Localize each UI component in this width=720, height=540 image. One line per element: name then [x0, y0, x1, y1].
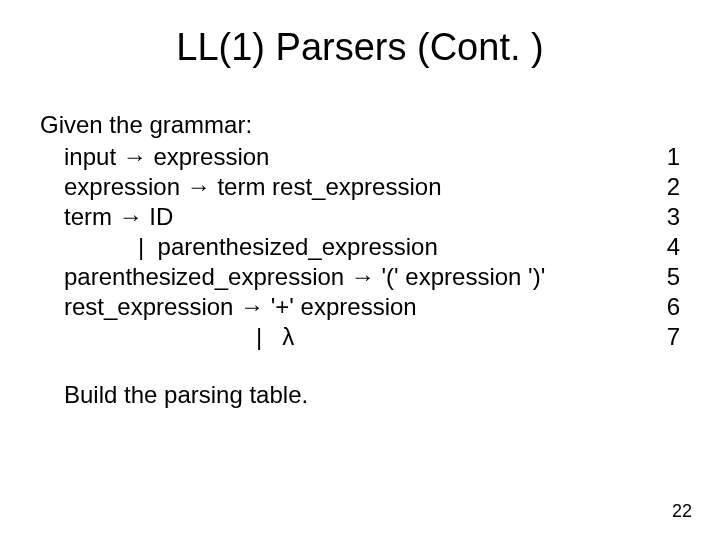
rule-number: 5	[650, 262, 680, 292]
task-text: Build the parsing table.	[64, 380, 680, 410]
grammar-rules: input → expression 1 expression → term r…	[64, 142, 680, 352]
rule-text: | λ	[64, 322, 294, 352]
grammar-rule: term → ID 3	[64, 202, 680, 232]
rule-number: 2	[650, 172, 680, 202]
page-number: 22	[672, 501, 692, 522]
grammar-rule: parenthesized_expression → '(' expressio…	[64, 262, 680, 292]
rule-number: 6	[650, 292, 680, 322]
grammar-rule: expression → term rest_expression 2	[64, 172, 680, 202]
grammar-rule: rest_expression → '+' expression 6	[64, 292, 680, 322]
rule-number: 4	[650, 232, 680, 262]
slide-body: Given the grammar: input → expression 1 …	[40, 110, 680, 410]
grammar-rule: input → expression 1	[64, 142, 680, 172]
grammar-rule: | λ 7	[64, 322, 680, 352]
rule-text: input → expression	[64, 142, 269, 172]
rule-number: 1	[650, 142, 680, 172]
slide-title: LL(1) Parsers (Cont. )	[0, 26, 720, 69]
grammar-rule: | parenthesized_expression 4	[64, 232, 680, 262]
rule-number: 7	[650, 322, 680, 352]
slide: LL(1) Parsers (Cont. ) Given the grammar…	[0, 0, 720, 540]
rule-text: term → ID	[64, 202, 173, 232]
rule-text: parenthesized_expression → '(' expressio…	[64, 262, 545, 292]
intro-text: Given the grammar:	[40, 110, 680, 140]
rule-number: 3	[650, 202, 680, 232]
rule-text: rest_expression → '+' expression	[64, 292, 417, 322]
rule-text: expression → term rest_expression	[64, 172, 441, 202]
rule-text: | parenthesized_expression	[64, 232, 438, 262]
